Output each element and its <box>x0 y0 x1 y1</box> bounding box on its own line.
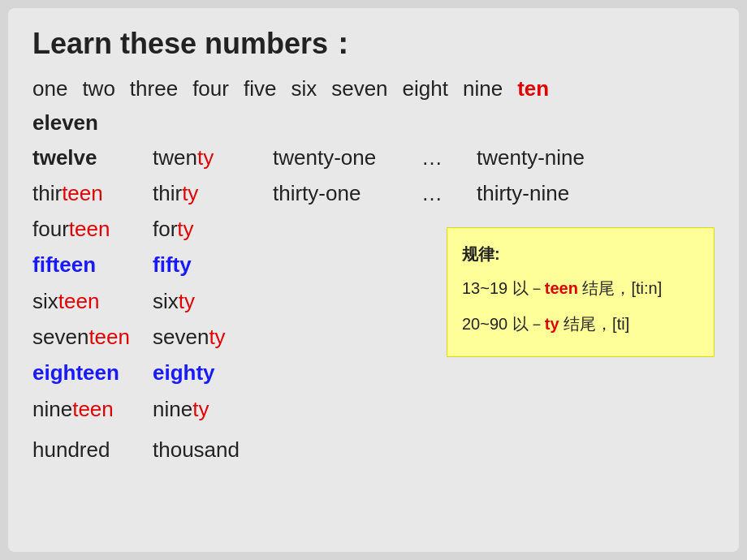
word-one: one <box>32 72 67 105</box>
word-twenty-one: twenty-one <box>273 141 407 174</box>
row-9: eighteen eighty <box>32 356 715 389</box>
word-fifteen: fifteen <box>32 248 138 281</box>
word-thirty-nine: thirty-nine <box>477 177 569 209</box>
note-line1-suffix: 结尾，[ti:n] <box>578 279 662 297</box>
word-thirteen: thirteen <box>32 177 138 209</box>
word-hundred: hundred <box>32 433 138 466</box>
page-title: Learn these numbers： <box>32 24 715 64</box>
note-box: 规律: 13~19 以－teen 结尾，[ti:n] 20~90 以－ty 结尾… <box>447 227 715 357</box>
word-nineteen: nineteen <box>32 393 138 425</box>
note-line1-highlight: teen <box>545 279 578 297</box>
word-fifty: fifty <box>153 248 258 281</box>
word-five: five <box>244 72 276 105</box>
word-four: four <box>192 72 229 105</box>
word-seventy: seventy <box>153 321 258 353</box>
word-twelve: twelve <box>32 141 138 174</box>
word-twenty: twenty <box>153 141 258 174</box>
word-twenty-nine: twenty-nine <box>477 141 585 174</box>
word-sixty: sixty <box>153 285 258 317</box>
row-10: nineteen ninety <box>32 393 715 425</box>
row-4: thirteen thirty thirty-one … thirty-nine <box>32 177 715 209</box>
word-nine: nine <box>463 72 503 105</box>
word-seventeen: seventeen <box>32 321 138 353</box>
word-thirty-one: thirty-one <box>273 177 407 209</box>
word-forty: forty <box>153 213 258 245</box>
word-two: two <box>82 72 114 105</box>
word-eleven: eleven <box>32 106 98 139</box>
slide: Learn these numbers： one two three four … <box>8 8 739 552</box>
row-3: twelve twenty twenty-one … twenty-nine <box>32 141 715 174</box>
word-ninety: ninety <box>153 393 258 425</box>
note-line2-suffix: 结尾，[ti] <box>559 315 630 333</box>
note-line1-prefix: 13~19 以－ <box>462 279 545 297</box>
word-eighty: eighty <box>153 356 258 389</box>
word-ellipsis-2: … <box>421 177 462 209</box>
note-title: 规律: <box>462 239 699 269</box>
word-fourteen: fourteen <box>32 213 138 245</box>
row-1: one two three four five six seven eight … <box>32 72 715 105</box>
note-line2-highlight: ty <box>545 315 559 333</box>
word-ten: ten <box>517 72 549 105</box>
word-eight: eight <box>403 72 448 105</box>
word-ellipsis-1: … <box>421 141 462 174</box>
word-six: six <box>291 72 317 105</box>
note-line-1: 13~19 以－teen 结尾，[ti:n] <box>462 274 699 303</box>
note-line2-prefix: 20~90 以－ <box>462 315 545 333</box>
word-thousand: thousand <box>153 433 240 466</box>
row-11: hundred thousand <box>32 433 715 466</box>
row-2: eleven <box>32 106 715 139</box>
word-eighteen: eighteen <box>32 356 138 389</box>
note-line-2: 20~90 以－ty 结尾，[ti] <box>462 309 699 338</box>
word-seven: seven <box>331 72 387 105</box>
word-sixteen: sixteen <box>32 285 138 317</box>
word-three: three <box>130 72 178 105</box>
word-thirty: thirty <box>153 177 258 209</box>
